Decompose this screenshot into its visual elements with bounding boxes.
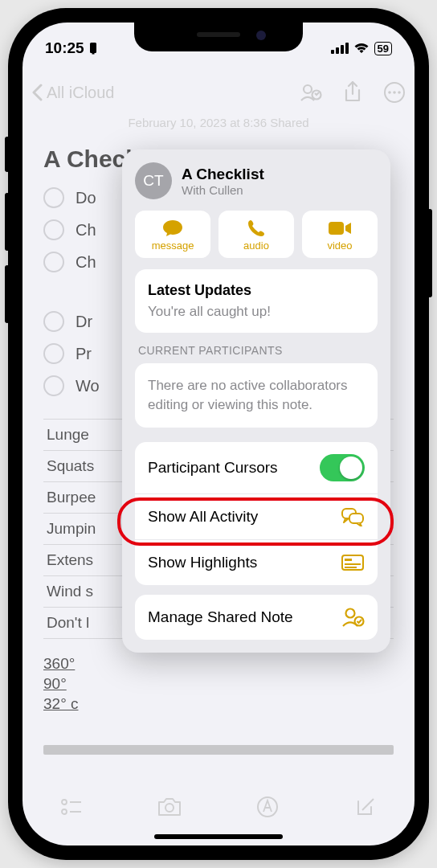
- updates-body: You're all caught up!: [148, 304, 365, 320]
- misc-line: 90°: [43, 675, 394, 693]
- avatar: CT: [135, 162, 172, 199]
- popover-title: A Checklist: [182, 166, 264, 183]
- check-label: Ch: [76, 253, 96, 272]
- more-icon[interactable]: [382, 80, 406, 104]
- checkbox-icon[interactable]: [43, 311, 64, 332]
- check-label: Ch: [76, 221, 96, 240]
- video-button[interactable]: video: [302, 211, 378, 258]
- message-button[interactable]: message: [135, 211, 210, 258]
- highlights-label: Show Highlights: [148, 554, 257, 571]
- checkbox-icon[interactable]: [43, 343, 64, 364]
- person-check-icon: [341, 607, 365, 628]
- video-icon: [328, 219, 352, 238]
- activity-label: Show All Activity: [148, 508, 258, 526]
- compose-icon[interactable]: [352, 793, 379, 821]
- updates-card: Latest Updates You're all caught up!: [135, 269, 378, 333]
- svg-point-14: [62, 809, 67, 814]
- video-label: video: [327, 240, 352, 252]
- chat-bubbles-icon: [341, 506, 365, 527]
- participant-cursors-row[interactable]: Participant Cursors: [135, 442, 378, 494]
- share-icon[interactable]: [341, 80, 365, 104]
- misc-line: 360°: [43, 655, 394, 673]
- checkbox-icon[interactable]: [43, 375, 64, 396]
- back-button[interactable]: All iCloud: [31, 84, 114, 102]
- show-highlights-row[interactable]: Show Highlights: [135, 540, 378, 585]
- check-label: Do: [76, 189, 96, 207]
- check-label: Dr: [76, 313, 92, 331]
- svg-point-16: [165, 804, 174, 812]
- svg-rect-0: [90, 43, 96, 53]
- svg-point-11: [398, 91, 401, 94]
- options-menu: Participant Cursors Show All Activity Sh…: [135, 442, 378, 585]
- audio-label: audio: [243, 240, 269, 252]
- svg-rect-3: [336, 47, 339, 54]
- participants-label: CURRENT PARTICIPANTS: [138, 344, 374, 357]
- participants-body: There are no active collaborators editin…: [148, 376, 365, 415]
- manage-label: Manage Shared Note: [148, 608, 293, 626]
- checkbox-icon[interactable]: [43, 219, 64, 240]
- check-label: Wo: [76, 377, 100, 395]
- home-indicator[interactable]: [154, 834, 283, 839]
- svg-rect-1: [92, 53, 94, 55]
- highlights-icon: [341, 552, 365, 573]
- back-label: All iCloud: [47, 84, 114, 102]
- checkbox-icon[interactable]: [43, 187, 64, 208]
- popover-subtitle: With Cullen: [182, 183, 264, 197]
- battery-indicator: 59: [374, 42, 392, 55]
- cursors-toggle[interactable]: [320, 454, 365, 481]
- status-time: 10:25: [45, 39, 84, 57]
- show-all-activity-row[interactable]: Show All Activity: [135, 494, 378, 540]
- svg-rect-18: [329, 222, 344, 235]
- message-icon: [161, 219, 184, 238]
- manage-shared-note-row[interactable]: Manage Shared Note: [135, 595, 378, 640]
- collaborate-icon[interactable]: [299, 80, 323, 104]
- audio-button[interactable]: audio: [218, 211, 294, 258]
- manage-menu: Manage Shared Note: [135, 595, 378, 640]
- svg-point-25: [346, 608, 355, 617]
- svg-point-9: [388, 91, 391, 94]
- checkbox-icon[interactable]: [43, 252, 64, 272]
- cursors-label: Participant Cursors: [148, 459, 278, 477]
- check-label: Pr: [76, 345, 92, 363]
- misc-line: 32° c: [43, 695, 394, 713]
- camera-icon[interactable]: [156, 793, 183, 821]
- bottom-toolbar: [22, 784, 415, 829]
- svg-rect-5: [345, 43, 349, 54]
- svg-point-6: [304, 85, 312, 93]
- chevron-left-icon: [31, 84, 43, 101]
- phone-icon: [247, 219, 266, 238]
- message-label: message: [152, 240, 194, 252]
- svg-point-10: [393, 91, 396, 94]
- svg-rect-4: [341, 45, 344, 54]
- updates-heading: Latest Updates: [148, 282, 365, 299]
- attachment-placeholder: [43, 745, 394, 755]
- svg-rect-2: [331, 50, 334, 54]
- svg-rect-22: [345, 559, 352, 561]
- participants-card: There are no active collaborators editin…: [135, 363, 378, 428]
- alarm-icon: [88, 42, 99, 55]
- svg-point-12: [62, 800, 67, 805]
- checklist-icon[interactable]: [58, 793, 85, 821]
- svg-rect-20: [349, 514, 363, 523]
- note-timestamp: February 10, 2023 at 8:36 Shared: [43, 116, 394, 129]
- cellular-icon: [331, 43, 349, 54]
- nav-bar: All iCloud: [22, 71, 415, 114]
- wifi-icon: [353, 43, 370, 54]
- share-popover: CT A Checklist With Cullen message audio: [122, 149, 390, 653]
- markup-icon[interactable]: [254, 793, 281, 821]
